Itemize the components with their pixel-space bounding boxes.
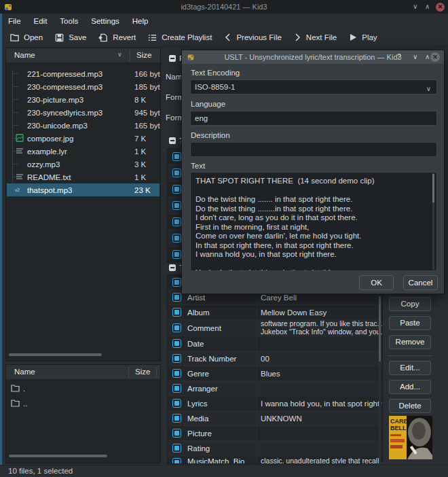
menu-edit[interactable]: Edit: [34, 17, 48, 25]
menu-help[interactable]: Help: [132, 17, 149, 25]
dialog-titlebar[interactable]: USLT - Unsynchronized lyric/text transcr…: [182, 50, 444, 64]
file-row-selected[interactable]: v2 thatspot.mp323 K: [7, 183, 160, 196]
tag2-field-checkbox[interactable]: [172, 458, 181, 464]
file-list-hscrollbar[interactable]: [9, 353, 102, 356]
sort-chevron-down-icon[interactable]: ∨: [117, 51, 122, 58]
tag1-field-checkbox[interactable]: [172, 250, 181, 259]
svg-text:CAREY: CAREY: [390, 418, 412, 425]
tag2-field-checkbox[interactable]: [172, 444, 181, 453]
file-row[interactable]: 230-compressed.mp3185 byt: [7, 80, 160, 93]
tag1-field-checkbox[interactable]: [172, 234, 181, 243]
cancel-button[interactable]: Cancel: [403, 275, 438, 290]
tag2-field-checkbox[interactable]: [172, 339, 181, 348]
dir-list-hscrollbar[interactable]: [9, 455, 107, 457]
minimize-icon[interactable]: ∨: [413, 3, 417, 10]
file-row[interactable]: ozzy.mp33 K: [7, 158, 160, 171]
tag1-field-checkbox[interactable]: [172, 152, 181, 161]
tag2-field-checkbox[interactable]: [172, 278, 181, 287]
tag2-field-checkbox[interactable]: [172, 429, 181, 438]
language-input[interactable]: eng: [190, 111, 437, 126]
toolbar: Open Save Revert Create Playlist Previou…: [0, 29, 448, 47]
edit-button[interactable]: Edit...: [389, 361, 431, 375]
file-row[interactable]: composer.jpg7 K: [7, 132, 160, 145]
collapse-toggle-icon[interactable]: [169, 137, 176, 144]
tag2-field-checkbox[interactable]: [172, 369, 181, 378]
tag2-row[interactable]: GenreBlues: [168, 366, 382, 381]
tag1-field-checkbox[interactable]: [172, 201, 181, 210]
dialog-minimize-icon[interactable]: ∨: [413, 53, 417, 60]
lyrics-textarea[interactable]: THAT SPOT RIGHT THERE (14 second demo cl…: [190, 172, 437, 271]
right-panel-vscrollbar[interactable]: [438, 297, 441, 464]
dir-row[interactable]: .: [7, 381, 160, 395]
menubar: File Edit Tools Settings Help: [0, 14, 448, 29]
file-list-header-name[interactable]: Name: [14, 51, 35, 59]
paste-button[interactable]: Paste: [389, 316, 431, 330]
chevron-down-icon: ∨: [426, 82, 431, 96]
open-button[interactable]: Open: [10, 33, 43, 43]
dir-list-header-name[interactable]: Name: [14, 368, 35, 376]
uslt-dialog: USLT - Unsynchronized lyric/text transcr…: [181, 50, 445, 294]
titlebar[interactable]: id3tags-20140421 — Kid3 ∨ ∧ ✕: [0, 0, 448, 14]
tag2-row[interactable]: MediaUNKNOWN: [168, 411, 382, 426]
tag2-field-checkbox[interactable]: [172, 323, 181, 332]
tag1-field-checkbox[interactable]: [172, 169, 181, 177]
status-text: 10 files, 1 selected: [8, 467, 73, 475]
previous-file-button[interactable]: Previous File: [223, 33, 281, 42]
tag2-field-checkbox[interactable]: [172, 384, 181, 393]
tag2-row[interactable]: AlbumMellow Down Easy: [168, 305, 382, 320]
tag2-field-checkbox[interactable]: [172, 399, 181, 408]
save-button[interactable]: Save: [54, 33, 86, 43]
dialog-close-icon[interactable]: ✕: [430, 52, 440, 62]
tag2-row[interactable]: Track Number00: [168, 351, 382, 366]
help-icon[interactable]: ?: [397, 53, 401, 60]
tag1-field-checkbox[interactable]: [172, 217, 181, 226]
menu-tools[interactable]: Tools: [60, 17, 78, 25]
menu-file[interactable]: File: [8, 17, 21, 25]
description-input[interactable]: [190, 142, 437, 157]
next-file-button[interactable]: Next File: [293, 33, 337, 42]
revert-button[interactable]: Revert: [98, 33, 136, 43]
tag2-field-checkbox[interactable]: [172, 308, 181, 317]
create-playlist-button[interactable]: Create Playlist: [147, 33, 212, 43]
play-button[interactable]: Play: [348, 33, 377, 42]
tag2-row[interactable]: LyricsI wanna hold you, in that spot rig…: [168, 396, 382, 411]
tag2-row[interactable]: Commentsoftware program. If you like thi…: [168, 320, 382, 336]
folder-icon: [11, 385, 20, 392]
tag2-row[interactable]: Picture: [168, 426, 382, 441]
add-button[interactable]: Add...: [389, 380, 431, 394]
file-row[interactable]: example.lyr1 K: [7, 145, 160, 158]
tag2-row[interactable]: Arranger: [168, 381, 382, 396]
collapse-toggle-icon[interactable]: [169, 264, 176, 271]
revert-icon: [98, 33, 109, 43]
tag2-row[interactable]: MusicMatch_Bioclassic, unadulterated sty…: [168, 456, 382, 464]
dialog-maximize-icon[interactable]: ∧: [425, 53, 430, 60]
textarea-vscrollbar-handle[interactable]: [432, 174, 434, 202]
tag2-field-checkbox[interactable]: [172, 293, 181, 302]
collapse-toggle-icon[interactable]: [169, 55, 176, 62]
file-list-panel: Name ∨ Size 221-compressed.mp3166 byt 23…: [5, 48, 161, 361]
file-row[interactable]: 230-syncedlyrics.mp3945 byt: [7, 106, 160, 119]
dir-row[interactable]: ..: [7, 396, 160, 410]
text-encoding-combobox[interactable]: ISO-8859-1 ∨: [190, 80, 437, 94]
menu-settings[interactable]: Settings: [91, 17, 119, 25]
tag2-row[interactable]: Date: [168, 336, 382, 351]
maximize-icon[interactable]: ∧: [425, 3, 430, 10]
file-row[interactable]: README.txt1 K: [7, 171, 160, 183]
delete-button[interactable]: Delete: [389, 399, 431, 413]
tag2-row[interactable]: Rating: [168, 441, 382, 456]
tag1-field-checkbox[interactable]: [172, 185, 181, 194]
ok-button[interactable]: OK: [359, 275, 394, 290]
remove-button[interactable]: Remove: [389, 335, 431, 349]
chevron-right-icon: [293, 33, 302, 42]
tag2-field-checkbox[interactable]: [172, 354, 181, 363]
file-row[interactable]: 230-picture.mp38 K: [7, 93, 160, 106]
file-row[interactable]: 221-compressed.mp3166 byt: [7, 67, 160, 80]
close-icon[interactable]: ✕: [436, 3, 445, 12]
language-label: Language: [191, 100, 225, 108]
file-row[interactable]: 230-unicode.mp3165 byt: [7, 119, 160, 132]
file-list-header-size[interactable]: Size: [136, 51, 151, 59]
dir-list-header-size[interactable]: Size: [135, 368, 150, 376]
copy-button[interactable]: Copy: [389, 297, 431, 311]
tag2-field-checkbox[interactable]: [172, 414, 181, 423]
tag2-table-vscrollbar-handle[interactable]: [379, 296, 381, 361]
